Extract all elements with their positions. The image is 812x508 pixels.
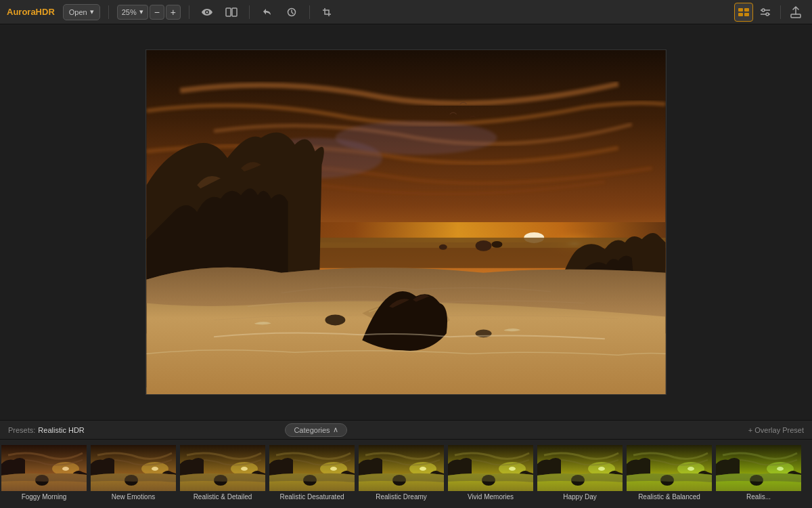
export-button[interactable] [786, 3, 805, 22]
preset-item-realistic-balanced[interactable]: Realistic & Balanced [625, 444, 713, 505]
svg-point-24 [439, 245, 447, 250]
svg-point-22 [476, 240, 492, 251]
undo-button[interactable] [258, 3, 277, 22]
compare-icon [225, 7, 238, 17]
preset-svg-realistic-detailed [180, 445, 265, 491]
preset-svg-new-emotions [91, 445, 176, 491]
sliders-button[interactable] [756, 3, 775, 22]
svg-point-61 [777, 467, 784, 471]
preset-svg-realistic-balanced [627, 445, 712, 491]
preset-label-new-emotions: New Emotions [91, 491, 176, 501]
preset-thumb-new-emotions [91, 445, 176, 491]
open-chevron-icon: ▾ [90, 7, 94, 16]
preset-thumb-foggy-morning [1, 445, 87, 491]
canvas-container [145, 49, 667, 395]
presets-header: Presets: Realistic HDR Categories ∧ + Ov… [0, 421, 812, 440]
preset-svg-vivid-memories [448, 445, 533, 491]
svg-rect-5 [744, 8, 749, 12]
preset-thumb-realis [716, 445, 801, 491]
svg-point-49 [509, 467, 516, 471]
preset-thumb-realistic-dreamy [359, 445, 444, 491]
preset-label-foggy-morning: Foggy Morning [1, 491, 87, 501]
presets-current: Realistic HDR [38, 426, 84, 434]
zoom-display: 25% ▾ [117, 5, 148, 20]
overlay-label: + Overlay Preset [748, 426, 804, 434]
export-icon [790, 6, 801, 18]
toolbar: AuroraHDR Open ▾ 25% ▾ − + [0, 0, 812, 24]
svg-rect-1 [226, 8, 231, 16]
preset-svg-happy-day [537, 445, 623, 491]
preset-item-new-emotions[interactable]: New Emotions [89, 444, 177, 505]
eye-icon [201, 7, 213, 17]
svg-point-25 [325, 314, 345, 325]
preset-label-realistic-detailed: Realistic & Detailed [180, 491, 265, 501]
history-button[interactable] [282, 3, 301, 22]
svg-point-10 [762, 9, 765, 12]
crop-icon [322, 7, 333, 17]
crop-button[interactable] [318, 3, 337, 22]
svg-point-29 [62, 467, 69, 471]
categories-button[interactable]: Categories ∧ [285, 423, 346, 437]
preset-item-happy-day[interactable]: Happy Day [536, 444, 624, 505]
separator-3 [249, 5, 250, 19]
separator-5 [780, 5, 781, 19]
presets-scroll: Foggy Morning [0, 440, 812, 508]
preset-label-realistic-balanced: Realistic & Balanced [627, 491, 712, 501]
photo-canvas [146, 50, 666, 394]
presets-label: Presets: [8, 426, 35, 434]
history-icon [286, 7, 297, 17]
preset-thumb-vivid-memories [448, 445, 533, 491]
separator-2 [189, 5, 189, 19]
preset-label-vivid-memories: Vivid Memories [448, 491, 533, 501]
preset-label-realistic-desaturated: Realistic Desaturated [269, 491, 355, 501]
svg-point-0 [206, 11, 208, 13]
preset-thumb-realistic-balanced [627, 445, 712, 491]
preset-svg-realistic-dreamy [359, 445, 444, 491]
preset-item-foggy-morning[interactable]: Foggy Morning [0, 444, 88, 505]
svg-point-19 [335, 121, 497, 155]
undo-icon [262, 7, 273, 17]
preset-svg-realistic-desaturated [269, 445, 355, 491]
view-toggle-icon [738, 7, 750, 17]
zoom-plus-button[interactable]: + [166, 5, 181, 20]
preset-thumb-happy-day [537, 445, 623, 491]
view-toggle-button[interactable] [734, 3, 753, 22]
open-label: Open [69, 8, 87, 16]
zoom-minus-button[interactable]: − [150, 5, 164, 20]
preset-svg-realis [716, 445, 801, 491]
preset-item-realis[interactable]: Realis... [715, 444, 803, 505]
categories-chevron-icon: ∧ [333, 425, 338, 434]
presets-panel: Presets: Realistic HDR Categories ∧ + Ov… [0, 420, 812, 508]
preset-item-vivid-memories[interactable]: Vivid Memories [447, 444, 535, 505]
open-button[interactable]: Open ▾ [63, 4, 100, 20]
preset-item-realistic-detailed[interactable]: Realistic & Detailed [179, 444, 267, 505]
toolbar-right [734, 3, 805, 22]
preset-item-realistic-dreamy[interactable]: Realistic Dreamy [357, 444, 445, 505]
svg-rect-7 [744, 13, 749, 16]
preset-item-realistic-desaturated[interactable]: Realistic Desaturated [268, 444, 356, 505]
svg-point-37 [241, 467, 248, 471]
svg-point-45 [420, 467, 426, 471]
zoom-control: 25% ▾ − + [117, 5, 181, 20]
svg-point-23 [492, 241, 503, 248]
overlay-preset-button[interactable]: + Overlay Preset [748, 426, 804, 434]
svg-rect-12 [791, 14, 800, 18]
svg-rect-2 [232, 8, 237, 16]
compare-button[interactable] [222, 3, 241, 22]
separator-1 [108, 5, 109, 19]
preset-label-happy-day: Happy Day [537, 491, 623, 501]
separator-4 [309, 5, 310, 19]
svg-rect-4 [738, 8, 743, 12]
eye-button[interactable] [198, 3, 217, 22]
categories-label: Categories [294, 426, 330, 434]
app-name: AuroraHDR [7, 7, 55, 17]
svg-point-57 [687, 467, 694, 471]
preset-thumb-realistic-detailed [180, 445, 265, 491]
svg-point-11 [766, 13, 769, 16]
svg-point-33 [152, 467, 158, 471]
preset-label-realis: Realis... [716, 491, 801, 501]
main-image [146, 50, 666, 394]
svg-rect-6 [738, 13, 743, 16]
preset-svg-foggy-morning [1, 445, 87, 491]
svg-point-53 [598, 467, 605, 471]
